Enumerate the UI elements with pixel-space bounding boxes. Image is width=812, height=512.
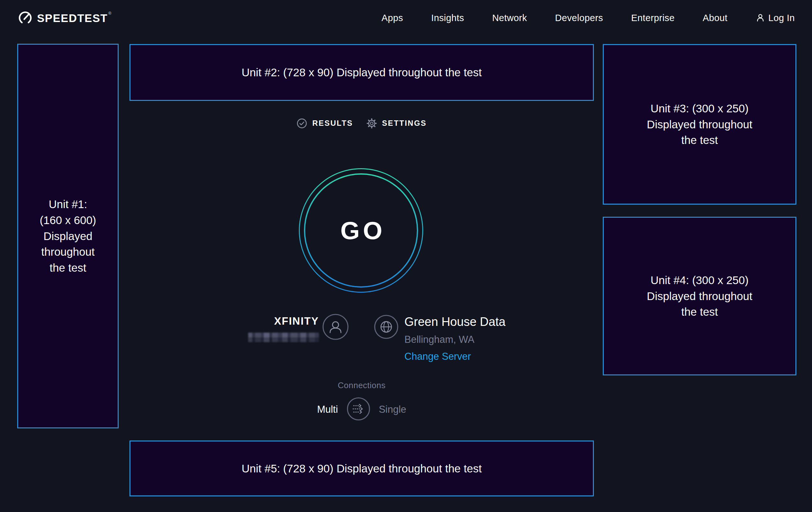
ad-unit-5-text: Unit #5: (728 x 90) Displayed throughout… — [242, 461, 482, 477]
user-icon — [756, 13, 765, 23]
ad-unit-3-text: Unit #3: (300 x 250) Displayed throughou… — [647, 101, 752, 148]
tab-settings-label: SETTINGS — [382, 119, 427, 128]
ad-unit-1-skyscraper: Unit #1: (160 x 600) Displayed throughou… — [17, 44, 119, 428]
connections-section: Connections Multi Single — [129, 380, 594, 422]
nav-item-about[interactable]: About — [703, 13, 727, 23]
nav-item-enterprise[interactable]: Enterprise — [631, 13, 674, 23]
ad-unit-1-text: Unit #1: (160 x 600) Displayed throughou… — [39, 196, 96, 275]
change-server-link[interactable]: Change Server — [404, 349, 471, 364]
brand-wordmark: SPEEDTEST® — [37, 12, 111, 24]
ad-unit-2-banner-top: Unit #2: (728 x 90) Displayed throughout… — [129, 44, 594, 101]
connection-mode-single[interactable]: Single — [379, 404, 406, 415]
trademark-symbol: ® — [109, 11, 112, 16]
nav-item-apps[interactable]: Apps — [381, 13, 403, 23]
nav-item-network[interactable]: Network — [492, 13, 527, 23]
go-button-label: GO — [337, 216, 385, 245]
ad-unit-2-text: Unit #2: (728 x 90) Displayed throughout… — [242, 64, 482, 80]
obscured-ip-address — [248, 332, 319, 342]
gear-icon — [367, 118, 377, 129]
go-button[interactable]: GO — [299, 168, 423, 293]
connections-toggle-row: Multi Single — [129, 397, 594, 422]
go-button-inner-ring: GO — [304, 173, 418, 288]
nav-item-login[interactable]: Log In — [756, 13, 795, 23]
server-globe-circle-icon[interactable] — [374, 315, 399, 341]
ad-unit-4-text: Unit #4: (300 x 250) Displayed throughou… — [647, 272, 752, 320]
speedtest-logo[interactable]: SPEEDTEST® — [18, 10, 111, 25]
isp-user-circle-icon[interactable] — [322, 314, 349, 342]
check-circle-icon — [297, 118, 307, 129]
server-info: Green House Data Bellingham, WA Change S… — [404, 314, 505, 364]
ad-unit-4-rectangle: Unit #4: (300 x 250) Displayed throughou… — [603, 217, 796, 375]
connection-mode-toggle[interactable] — [346, 397, 371, 422]
tab-settings[interactable]: SETTINGS — [367, 118, 427, 129]
login-label: Log In — [768, 13, 795, 23]
server-location: Bellingham, WA — [404, 332, 505, 347]
tabs-bar: RESULTS SETTINGS — [129, 114, 594, 132]
ad-unit-5-banner-bottom: Unit #5: (728 x 90) Displayed throughout… — [129, 440, 594, 496]
tab-results[interactable]: RESULTS — [297, 118, 353, 129]
tab-results-label: RESULTS — [312, 119, 353, 128]
multi-connection-arrows-icon — [346, 397, 371, 421]
main-nav: Apps Insights Network Developers Enterpr… — [381, 13, 795, 23]
connection-mode-multi[interactable]: Multi — [317, 404, 338, 415]
server-name: Green House Data — [404, 314, 505, 329]
nav-item-developers[interactable]: Developers — [555, 13, 603, 23]
ad-unit-3-rectangle: Unit #3: (300 x 250) Displayed throughou… — [603, 44, 796, 205]
isp-info: XFINITY — [241, 314, 319, 344]
isp-name: XFINITY — [241, 314, 319, 328]
top-nav-bar: SPEEDTEST® Apps Insights Network Develop… — [0, 0, 812, 36]
connections-label: Connections — [129, 380, 594, 390]
speedtest-page: SPEEDTEST® Apps Insights Network Develop… — [0, 0, 812, 512]
nav-item-insights[interactable]: Insights — [431, 13, 464, 23]
speedometer-gauge-icon — [18, 10, 32, 25]
